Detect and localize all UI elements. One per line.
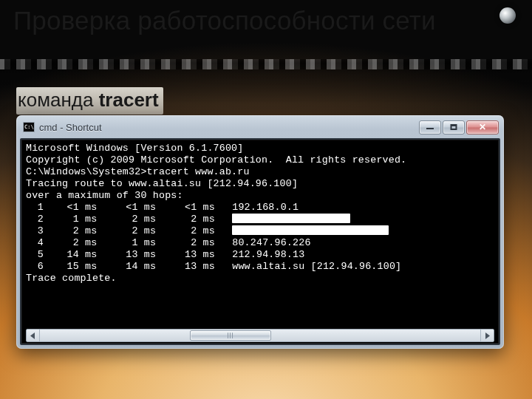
terminal-line: C:\Windows\System32>tracert www.ab.ru	[26, 166, 494, 178]
subtitle-command: tracert	[99, 89, 159, 111]
maximize-button[interactable]	[443, 120, 465, 134]
hop-destination: 192.168.0.1	[232, 202, 299, 213]
hop-row: 1<1 ms<1 ms<1 ms192.168.0.1	[26, 202, 494, 214]
hop-destination: 80.247.96.226	[232, 237, 310, 248]
scrollbar-track[interactable]	[40, 330, 480, 341]
close-button[interactable]: ✕	[466, 120, 499, 134]
terminal-frame: Microsoft Windows [Version 6.1.7600]Copy…	[20, 138, 500, 345]
cmd-window: cmd - Shortcut ✕ Microsoft Windows [Vers…	[16, 115, 504, 349]
slide-subtitle: команда tracert	[16, 87, 163, 115]
window-title: cmd - Shortcut	[39, 122, 415, 133]
hop-row: 32 ms2 ms2 ms	[26, 225, 494, 237]
scrollbar-thumb[interactable]	[190, 330, 271, 341]
terminal-line: over a maximum of 30 hops:	[26, 190, 494, 202]
hop-row: 615 ms14 ms13 mswww.altai.su [212.94.96.…	[26, 261, 494, 273]
terminal-line: Trace complete.	[26, 273, 494, 284]
titlebar[interactable]: cmd - Shortcut ✕	[20, 119, 500, 138]
hop-destination: www.altai.su [212.94.96.100]	[232, 261, 401, 272]
minimize-button[interactable]	[419, 120, 441, 134]
slide-title: Проверка работоспособности сети	[13, 6, 436, 35]
terminal-line: Microsoft Windows [Version 6.1.7600]	[26, 143, 494, 154]
hop-destination-redacted	[232, 225, 389, 236]
hop-destination: 212.94.98.13	[232, 249, 304, 260]
terminal-line: Copyright (c) 2009 Microsoft Corporation…	[26, 154, 494, 166]
cmd-icon	[23, 122, 35, 132]
hop-destination-redacted	[232, 214, 350, 225]
hop-row: 42 ms1 ms2 ms80.247.96.226	[26, 237, 494, 249]
slide-bullet-icon	[499, 7, 516, 24]
terminal-output[interactable]: Microsoft Windows [Version 6.1.7600]Copy…	[26, 143, 494, 327]
scroll-left-arrow-icon[interactable]	[27, 330, 40, 341]
horizontal-scrollbar[interactable]	[26, 329, 494, 342]
hop-row: 514 ms13 ms13 ms212.94.98.13	[26, 249, 494, 261]
hop-row: 21 ms2 ms2 ms	[26, 214, 494, 225]
scroll-right-arrow-icon[interactable]	[480, 330, 494, 341]
window-controls: ✕	[419, 120, 499, 134]
subtitle-prefix: команда	[18, 89, 99, 111]
terminal-line: Tracing route to www.altai.su [212.94.96…	[26, 178, 494, 190]
